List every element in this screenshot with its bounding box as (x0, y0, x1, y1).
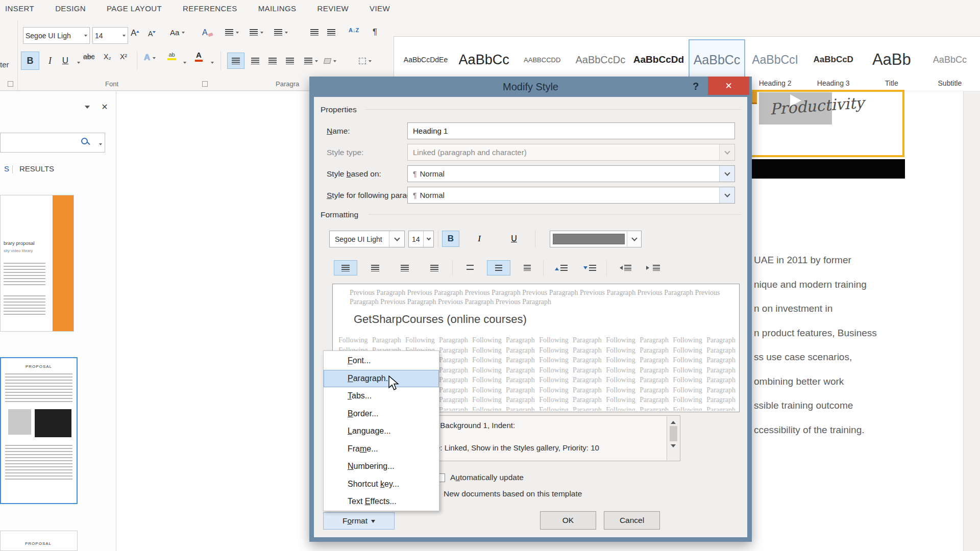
double-spacing-button[interactable] (516, 260, 539, 276)
menu-item-frame[interactable]: Frame... (324, 440, 439, 458)
underline-menu-arrow-icon[interactable] (77, 62, 80, 65)
scroll-down-icon[interactable] (671, 444, 676, 450)
italic-button[interactable]: I (43, 52, 57, 70)
highlight-menu-arrow-icon[interactable] (183, 62, 186, 65)
highlight-color-button[interactable]: ab (167, 52, 176, 60)
dialog-font-size-combo[interactable]: 14 (408, 231, 434, 247)
decrease-indent-button[interactable] (310, 29, 318, 36)
menu-item-tabs[interactable]: Tabs... (324, 387, 439, 405)
menu-item-language[interactable]: Language... (324, 422, 439, 440)
chevron-down-icon[interactable] (423, 231, 433, 247)
close-button[interactable]: ✕ (708, 77, 749, 95)
font-name-combo[interactable]: Segoe UI Ligh (23, 27, 90, 44)
automatically-update-row[interactable]: Automatically update (436, 473, 524, 482)
menu-item-text-effects[interactable]: Text Effects... (324, 493, 439, 511)
font-color-menu-arrow-icon[interactable] (211, 62, 214, 65)
menu-item-border[interactable]: Border... (324, 405, 439, 423)
dialog-align-left-button[interactable] (334, 260, 357, 276)
increase-indent-button[interactable] (327, 29, 335, 36)
help-button[interactable]: ? (688, 78, 703, 94)
bold-button[interactable]: B (21, 52, 39, 70)
shading-button[interactable] (323, 53, 338, 69)
name-input[interactable]: Heading 1 (407, 122, 735, 139)
style-following-combo[interactable]: ¶Normal (407, 187, 735, 204)
justify-button[interactable] (281, 53, 299, 69)
description-scrollbar[interactable] (667, 416, 679, 460)
font-color-combo[interactable] (550, 231, 642, 247)
multilevel-list-button[interactable] (274, 29, 288, 36)
clipboard-dialog-launcher-icon[interactable] (8, 81, 13, 87)
search-icon[interactable] (81, 138, 90, 144)
align-left-button[interactable] (227, 53, 244, 69)
ok-button[interactable]: OK (540, 511, 596, 530)
dialog-underline-button[interactable]: U (505, 231, 523, 247)
style-heading-3[interactable]: AaBbCcD Heading 3 (805, 39, 862, 91)
numbering-button[interactable] (250, 29, 263, 36)
tab-review[interactable]: REVIEW (317, 4, 349, 13)
chevron-down-icon[interactable] (627, 232, 641, 246)
format-button[interactable]: Format (323, 512, 395, 530)
page-thumbnail-2[interactable]: PROPOSAL (0, 357, 78, 504)
tab-references[interactable]: REFERENCES (183, 4, 237, 13)
style-based-on-combo[interactable]: ¶Normal (407, 165, 735, 182)
increase-space-before-button[interactable] (549, 260, 573, 276)
dialog-justify-button[interactable] (423, 260, 446, 276)
pane-dropdown-icon[interactable] (85, 106, 90, 111)
increase-indent-button[interactable] (641, 260, 665, 276)
chevron-down-icon[interactable] (719, 166, 734, 182)
style-subtitle[interactable]: AaBbCc Subtitle (922, 39, 978, 91)
menu-item-paragraph[interactable]: Paragraph... (324, 370, 439, 388)
tab-design[interactable]: DESIGN (55, 4, 86, 13)
page-thumbnail-3[interactable]: PROPOSAL (0, 531, 78, 551)
pane-tab-results[interactable]: RESULTS (19, 164, 54, 173)
search-input[interactable] (0, 133, 105, 153)
chevron-down-icon[interactable] (389, 231, 404, 247)
superscript-button[interactable]: X² (120, 53, 127, 61)
menu-item-numbering[interactable]: Numbering... (324, 458, 439, 475)
dialog-bold-button[interactable]: B (442, 231, 459, 247)
format-painter-label-cut[interactable]: ter (0, 60, 9, 69)
menu-item-font[interactable]: Font... (324, 352, 439, 370)
new-documents-row[interactable]: New documents based on this template (430, 489, 582, 498)
show-paragraph-marks-button[interactable]: ¶ (373, 27, 377, 37)
align-center-button[interactable] (247, 53, 264, 69)
decrease-indent-button[interactable] (612, 260, 636, 276)
change-case-button[interactable]: Aa (170, 28, 185, 37)
tab-insert[interactable]: INSERT (5, 4, 34, 13)
shrink-font-button[interactable]: A (148, 30, 156, 38)
underline-button[interactable]: U (59, 52, 72, 70)
text-effects-button[interactable]: A (144, 53, 156, 63)
single-spacing-button[interactable] (458, 260, 482, 276)
page-thumbnail-1[interactable]: brary proposal sity video library (0, 195, 74, 332)
tab-mailings[interactable]: MAILINGS (258, 4, 297, 13)
increase-space-after-button[interactable] (578, 260, 601, 276)
dialog-font-name-combo[interactable]: Segoe UI Light (329, 231, 405, 247)
font-color-button[interactable]: A (195, 51, 203, 62)
chevron-down-icon[interactable] (719, 187, 734, 203)
font-dialog-launcher-icon[interactable] (202, 81, 208, 87)
menu-item-shortcut-key[interactable]: Shortcut key... (324, 475, 439, 493)
pane-tab-partial[interactable]: S (4, 164, 9, 173)
scrollbar-thumb[interactable] (670, 426, 677, 441)
clear-formatting-button[interactable]: A (202, 28, 213, 37)
sort-button[interactable]: A↓Z (349, 27, 359, 33)
strikethrough-button[interactable]: abc (83, 53, 95, 61)
tab-view[interactable]: VIEW (370, 4, 390, 13)
dialog-align-right-button[interactable] (393, 260, 416, 276)
style-title[interactable]: AaBb Title (864, 39, 920, 91)
line-spacing-button[interactable] (302, 53, 320, 69)
one-half-spacing-button[interactable] (487, 260, 510, 276)
tab-page-layout[interactable]: PAGE LAYOUT (107, 4, 162, 13)
borders-button[interactable] (357, 53, 373, 69)
search-options-arrow-icon[interactable] (99, 143, 102, 147)
grow-font-button[interactable]: A (131, 28, 139, 38)
style-heading-2[interactable]: AaBbCcI Heading 2 (747, 39, 803, 91)
font-size-combo[interactable]: 14 (92, 27, 128, 44)
document-text[interactable]: UAE in 2011 by former nique and modern t… (754, 248, 978, 442)
bullets-button[interactable] (225, 29, 239, 36)
cancel-button[interactable]: Cancel (604, 511, 660, 530)
pane-close-icon[interactable]: ✕ (99, 101, 110, 112)
dialog-italic-button[interactable]: I (471, 231, 488, 247)
scroll-up-icon[interactable] (671, 418, 676, 424)
align-right-button[interactable] (264, 53, 281, 69)
